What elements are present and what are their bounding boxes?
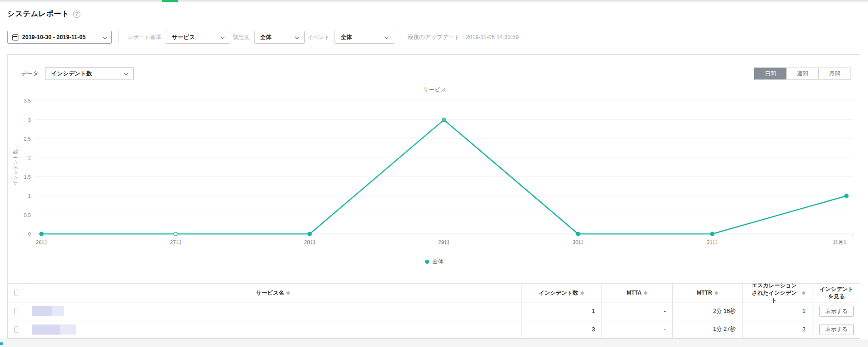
column-header-label: エスカレーションされたインシデント — [749, 282, 800, 304]
service-name-cell[interactable] — [25, 302, 522, 320]
select-all-checkbox[interactable] — [14, 290, 18, 296]
urgency-label: 緊急度 — [233, 34, 250, 41]
column-header-1[interactable]: インシデント数 — [522, 284, 602, 302]
column-header-4[interactable]: エスカレーションされたインシデント — [743, 284, 812, 302]
table-header-row: サービス名インシデント数MTTAMTTRエスカレーションされたインシデントインシ… — [8, 284, 860, 302]
row-checkbox-cell — [8, 320, 25, 338]
row-checkbox-cell — [8, 302, 25, 320]
sort-icon[interactable] — [580, 291, 584, 295]
services-table: サービス名インシデント数MTTAMTTRエスカレーションされたインシデントインシ… — [7, 283, 860, 339]
sort-icon[interactable] — [715, 291, 718, 295]
urgency-value: 全体 — [260, 34, 272, 41]
svg-text:28日: 28日 — [304, 239, 315, 245]
chart-legend[interactable]: 全体 — [8, 258, 861, 266]
legend-label: 全体 — [432, 258, 443, 266]
corner-sliver — [0, 342, 3, 345]
row-checkbox[interactable] — [14, 308, 18, 314]
svg-text:2: 2 — [28, 155, 31, 160]
svg-text:0: 0 — [28, 231, 31, 237]
service-name-redacted — [32, 324, 60, 335]
mtta-value: - — [602, 302, 673, 320]
svg-text:11月1: 11月1 — [833, 239, 846, 245]
mtta-value: - — [602, 320, 673, 338]
page-title: システムレポート — [7, 9, 69, 19]
column-header-label: MTTR — [697, 289, 712, 296]
sort-icon[interactable] — [286, 291, 290, 295]
column-header-label: MTTA — [627, 289, 641, 296]
table-body: 1-2分 16秒1表示する3-1分 27秒2表示する — [8, 302, 860, 338]
svg-text:3: 3 — [28, 117, 31, 123]
action-cell: 表示する — [812, 302, 861, 320]
mttr-value: 2分 16秒 — [673, 302, 743, 320]
date-range-value: 2019-10-30 - 2019-11-05 — [22, 34, 100, 40]
svg-text:2.5: 2.5 — [24, 136, 31, 142]
report-basis-value: サービス — [172, 34, 195, 41]
svg-text:3.5: 3.5 — [24, 98, 31, 103]
sort-icon[interactable] — [644, 291, 647, 295]
report-basis-label: レポート基準 — [128, 34, 161, 41]
service-name-redacted — [52, 306, 64, 316]
table-row: 1-2分 16秒1表示する — [8, 302, 860, 320]
event-select[interactable]: 全体 — [335, 31, 394, 44]
incident-line-chart: サービス00.511.522.533.5インシデント数26日27日28日29日3… — [8, 55, 861, 252]
last-update-text: 最後のアップデート：2019-11-05 14:33:59 — [408, 34, 519, 41]
service-name-redacted — [60, 324, 76, 335]
divider — [401, 31, 401, 43]
service-name-cell[interactable] — [25, 320, 522, 338]
svg-text:1: 1 — [28, 193, 31, 199]
svg-text:インシデント数: インシデント数 — [12, 149, 18, 186]
sort-icon[interactable] — [802, 291, 806, 295]
chevron-down-icon — [103, 34, 108, 39]
legend-marker — [425, 260, 429, 264]
top-progress-bar — [162, 0, 178, 2]
view-incidents-button[interactable]: 表示する — [819, 306, 854, 317]
report-card: データ インシデント数 日間週間月間 サービス00.511.522.533.5イ… — [7, 54, 860, 339]
svg-text:26日: 26日 — [36, 239, 47, 245]
svg-text:27日: 27日 — [170, 239, 181, 245]
escalated-value: 2 — [743, 320, 812, 338]
column-header-2[interactable]: MTTA — [602, 284, 673, 302]
column-header-3[interactable]: MTTR — [673, 284, 743, 302]
help-icon[interactable] — [73, 11, 80, 18]
svg-text:30日: 30日 — [573, 239, 584, 245]
bottom-strip — [0, 339, 868, 347]
svg-text:29日: 29日 — [438, 239, 449, 245]
incidents-value: 1 — [522, 302, 602, 320]
column-header-label: インシデント数 — [539, 289, 579, 296]
event-label: イベント — [307, 34, 330, 41]
table-row: 3-1分 27秒2表示する — [8, 320, 860, 338]
column-header-label: サービス名 — [256, 289, 284, 296]
column-header-5[interactable]: インシデントを見る — [812, 284, 861, 302]
service-name-redacted — [32, 306, 52, 316]
calendar-icon — [12, 34, 18, 40]
incidents-value: 3 — [522, 320, 602, 338]
event-value: 全体 — [340, 34, 352, 41]
select-all-cell — [8, 284, 25, 302]
report-basis-select[interactable]: サービス — [166, 31, 230, 44]
chevron-down-icon — [385, 34, 389, 39]
date-range-picker[interactable]: 2019-10-30 - 2019-11-05 — [7, 31, 112, 44]
svg-text:0.5: 0.5 — [24, 212, 31, 218]
chevron-down-icon — [295, 34, 299, 39]
mttr-value: 1分 27秒 — [673, 320, 743, 338]
filter-bar: 2019-10-30 - 2019-11-05 レポート基準 サービス 緊急度 … — [7, 31, 519, 44]
chevron-down-icon — [220, 34, 225, 39]
svg-text:31日: 31日 — [707, 239, 718, 245]
action-cell: 表示する — [812, 320, 861, 338]
urgency-select[interactable]: 全体 — [254, 31, 305, 44]
column-header-0[interactable]: サービス名 — [25, 284, 522, 302]
view-incidents-button[interactable]: 表示する — [819, 324, 854, 335]
svg-text:1.5: 1.5 — [24, 174, 31, 180]
escalated-value: 1 — [743, 302, 812, 320]
column-header-label: インシデントを見る — [819, 285, 854, 300]
svg-text:サービス: サービス — [423, 86, 447, 93]
row-checkbox[interactable] — [14, 326, 18, 333]
divider — [118, 31, 119, 43]
page-header: システムレポート 2019-10-30 - 2019-11-05 レポート基準 … — [0, 2, 868, 49]
